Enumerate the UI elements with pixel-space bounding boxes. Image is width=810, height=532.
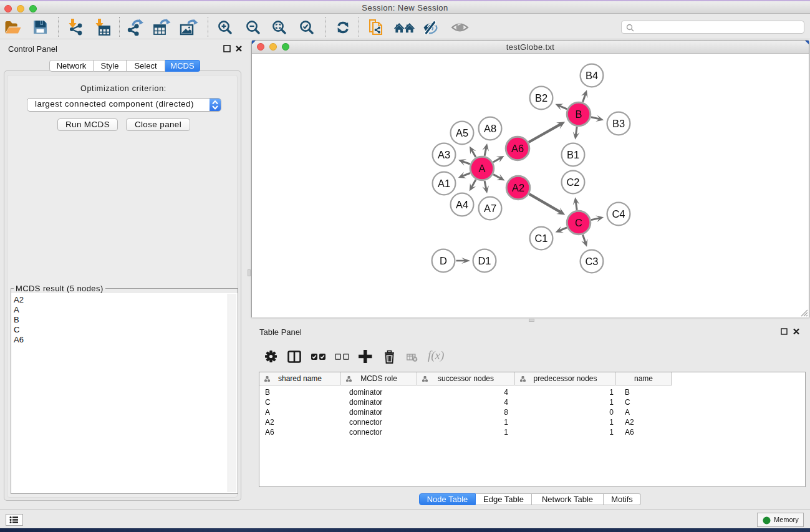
svg-text:C: C [575, 217, 582, 228]
svg-text:B1: B1 [567, 149, 579, 160]
svg-text:B: B [575, 109, 582, 120]
svg-text:C3: C3 [585, 256, 598, 267]
svg-text:A1: A1 [438, 178, 450, 189]
svg-text:C4: C4 [612, 208, 625, 220]
svg-text:A7: A7 [484, 203, 496, 214]
svg-text:B2: B2 [535, 92, 547, 104]
svg-text:A2: A2 [512, 182, 524, 193]
svg-text:A5: A5 [456, 127, 468, 138]
svg-text:A4: A4 [456, 199, 468, 210]
svg-text:D: D [440, 255, 447, 266]
svg-text:B4: B4 [586, 70, 598, 81]
svg-text:D1: D1 [478, 255, 491, 266]
svg-text:A: A [478, 163, 485, 174]
svg-text:A8: A8 [484, 123, 496, 134]
svg-text:B3: B3 [612, 118, 625, 129]
svg-text:A6: A6 [511, 143, 524, 154]
svg-text:C1: C1 [534, 233, 547, 244]
svg-text:C2: C2 [566, 177, 579, 188]
svg-text:A3: A3 [438, 149, 450, 160]
